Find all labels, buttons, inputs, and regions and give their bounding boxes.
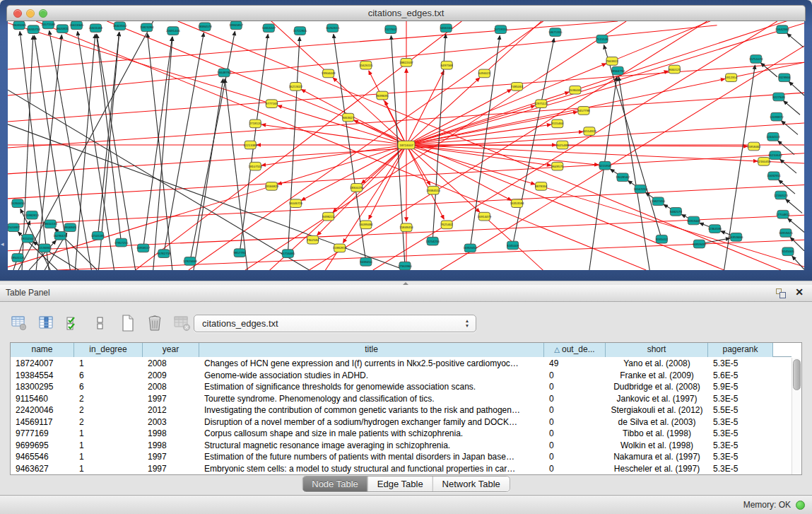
window-titlebar[interactable]: citations_edges.txt	[6, 5, 806, 21]
graph-node[interactable]: 16262615	[326, 24, 340, 33]
graph-node[interactable]: 1527602	[384, 25, 397, 34]
graph-node[interactable]: 16959425	[779, 229, 793, 238]
graph-node[interactable]: 9777169	[266, 100, 278, 108]
graph-node[interactable]: 12444113	[766, 133, 780, 141]
graph-node[interactable]: 16554923	[582, 127, 596, 136]
graph-node[interactable]: 18822037	[399, 59, 413, 67]
column-header-in-degree[interactable]: in_degree	[74, 343, 143, 357]
graph-node[interactable]: 18300295	[350, 183, 364, 192]
graph-node[interactable]: 15827450	[651, 197, 665, 206]
graph-node[interactable]: 7625402	[441, 221, 454, 229]
graph-node[interactable]: 9482579	[670, 208, 683, 216]
graph-node[interactable]: 18650133	[43, 220, 57, 228]
graph-node[interactable]: 9605815	[57, 25, 69, 33]
graph-node[interactable]: 15626115	[359, 61, 373, 69]
graph-node[interactable]: 12923468	[183, 257, 197, 266]
graph-node[interactable]: 15982819	[333, 244, 347, 252]
graph-node[interactable]: 18107554	[248, 162, 262, 170]
graph-node[interactable]: 2718120	[249, 119, 262, 128]
graph-node[interactable]: 9649575	[551, 162, 564, 170]
graph-node[interactable]: 16914479	[478, 212, 492, 221]
column-header-out-de-[interactable]: △out_de...	[544, 343, 606, 357]
graph-node[interactable]: 2505887	[8, 223, 20, 232]
graph-node[interactable]: 16782759	[157, 250, 171, 258]
graph-node[interactable]: 7902584	[307, 235, 319, 244]
graph-node[interactable]: 19965857	[229, 21, 243, 30]
graph-node[interactable]: 9329966	[778, 74, 791, 82]
graph-node[interactable]: 12213383	[243, 141, 257, 149]
graph-node[interactable]: 13254256	[425, 237, 440, 245]
graph-node[interactable]: 14671355	[548, 28, 563, 37]
column-header-name[interactable]: name	[11, 343, 74, 357]
graph-node[interactable]: 19151504	[20, 234, 35, 243]
graph-node[interactable]: 10653247	[262, 24, 276, 33]
graph-node[interactable]: 14055724	[26, 25, 40, 34]
graph-node[interactable]: 15751074	[749, 55, 763, 64]
graph-node[interactable]: 15958462	[747, 142, 761, 151]
graph-node[interactable]: 18944794	[611, 66, 625, 75]
graph-node[interactable]: 12975125	[534, 100, 548, 108]
graph-node[interactable]: 16959448	[687, 216, 701, 225]
graph-node[interactable]: 2036440	[569, 86, 582, 94]
table-row[interactable]: 1872400712008Changes of HCN gene express…	[11, 358, 792, 370]
table-row[interactable]: 1830029562008Estimation of significance …	[11, 381, 792, 393]
network-graph[interactable]: 1872400718822037156261151990444816213022…	[8, 21, 804, 270]
graph-node[interactable]: 12160523	[774, 191, 788, 199]
graph-node[interactable]: 9457798	[577, 107, 590, 115]
graph-node[interactable]: 16958117	[136, 244, 151, 252]
network-canvas[interactable]: 1872400718822037156261151990444816213022…	[8, 21, 804, 270]
graph-node[interactable]: 17704812	[776, 210, 790, 218]
table-row[interactable]: 911546021997Tourette syndrome. Phenomeno…	[11, 393, 792, 405]
column-header-year[interactable]: year	[143, 343, 199, 357]
select-all-icon[interactable]	[63, 312, 84, 334]
graph-node[interactable]: 9245012	[656, 235, 669, 243]
graph-node[interactable]: 16353584	[510, 199, 524, 208]
graph-node[interactable]: 12505185	[91, 232, 105, 240]
graph-node[interactable]: 12160455	[757, 158, 771, 166]
graph-node[interactable]: 17363960	[398, 262, 412, 270]
graph-node[interactable]: 16296674	[53, 232, 67, 240]
graph-node[interactable]: 12364586	[708, 225, 722, 233]
graph-node[interactable]: 20691406	[166, 27, 180, 35]
clear-selection-icon[interactable]	[90, 312, 111, 334]
tab-network-table[interactable]: Network Table	[433, 477, 510, 491]
graph-node[interactable]: 9227349	[772, 93, 785, 101]
table-row[interactable]: 969969511998Structural magnetic resonanc…	[11, 440, 792, 452]
graph-node[interactable]: 9699695	[376, 91, 389, 100]
graph-node[interactable]: 18403562	[113, 22, 127, 30]
table-row[interactable]: 1938455462009Genome-wide association stu…	[11, 370, 792, 382]
graph-node[interactable]: 5912354	[725, 74, 738, 82]
graph-node[interactable]: 9025488	[556, 141, 569, 149]
graph-node[interactable]: 16099484	[359, 221, 373, 229]
graph-node[interactable]: 19384554	[426, 186, 440, 194]
graph-node[interactable]: 9857791	[234, 249, 247, 257]
graph-node[interactable]: 15823284	[140, 23, 154, 32]
graph-node[interactable]: 9438450	[360, 257, 372, 266]
table-row[interactable]: 977716911998Corpus callosum shape and si…	[11, 428, 792, 440]
table-selector[interactable]: citations_edges.txt ▲▼	[194, 315, 476, 332]
graph-node[interactable]: 16959435	[693, 240, 707, 248]
table-row[interactable]: 946554611997Estimation of the future num…	[11, 451, 792, 463]
graph-node[interactable]: 19505126	[11, 254, 25, 262]
table-row[interactable]: 2242004622012Investigating the contribut…	[11, 404, 792, 416]
graph-node[interactable]: 6466160	[440, 24, 453, 33]
graph-node[interactable]: 10719155	[494, 25, 508, 34]
graph-node[interactable]: 20642364	[775, 25, 789, 34]
west-panel-handle-icon[interactable]: ◂	[1, 240, 4, 247]
scrollbar-thumb[interactable]	[793, 359, 801, 390]
graph-node[interactable]: 11536863	[38, 244, 52, 252]
float-panel-icon[interactable]	[776, 288, 787, 299]
graph-node[interactable]: 16959452	[464, 244, 478, 252]
graph-node[interactable]: 20613345	[70, 21, 84, 30]
graph-node[interactable]: 9806845	[64, 223, 77, 232]
graph-node[interactable]: 9463627	[342, 113, 355, 122]
column-header-title[interactable]: title	[199, 343, 544, 357]
graph-node[interactable]: 8215958	[599, 161, 611, 170]
graph-node[interactable]: 9498222	[322, 212, 335, 221]
graph-node[interactable]: 19033265	[12, 21, 26, 30]
table-row[interactable]: 946362711997Embryonic stem cells: a mode…	[11, 463, 792, 475]
graph-node[interactable]: 6494023	[478, 69, 491, 78]
graph-node[interactable]: 20571538	[41, 21, 55, 29]
column-header-pagerank[interactable]: pagerank	[708, 343, 773, 357]
new-column-icon[interactable]	[117, 312, 139, 334]
